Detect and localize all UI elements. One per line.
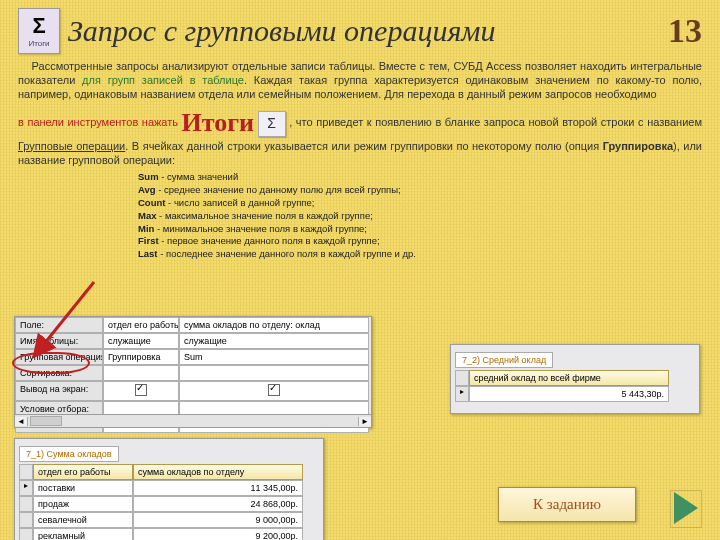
avg-result-tab: 7_2) Средний оклад (455, 352, 553, 368)
slide-title: Запрос с групповыми операциями (68, 14, 660, 48)
sum-result-screenshot: 7_1) Сумма окладов отдел его работы сумм… (14, 438, 324, 540)
show-checkbox-col1 (135, 384, 147, 396)
sigma-icon-label: Итоги (28, 39, 49, 48)
aggregate-functions-list: Sum - сумма значений Avg - среднее значе… (138, 171, 702, 261)
sigma-icon: Σ (32, 15, 45, 37)
task-button[interactable]: К заданию (498, 487, 636, 522)
avg-result-screenshot: 7_2) Средний оклад средний оклад по всей… (450, 344, 700, 414)
sigma-icon-box: Σ Итоги (18, 8, 60, 54)
query-design-screenshot: Поле: отдел его работы сумма окладов по … (14, 316, 372, 428)
totals-toolbar-icon: Σ (258, 111, 286, 137)
slide-number: 13 (668, 12, 702, 50)
next-slide-arrow-icon[interactable] (674, 492, 698, 524)
scroll-left-icon: ◄ (15, 417, 28, 426)
sum-result-tab: 7_1) Сумма окладов (19, 446, 119, 462)
paragraph-1: Рассмотренные запросы анализируют отдель… (18, 60, 702, 101)
paragraph-2: в панели инструментов нажать Итоги Σ , ч… (18, 107, 702, 167)
scroll-right-icon: ► (358, 417, 371, 426)
show-checkbox-col2 (268, 384, 280, 396)
design-scrollbar: ◄ ► (14, 414, 372, 428)
